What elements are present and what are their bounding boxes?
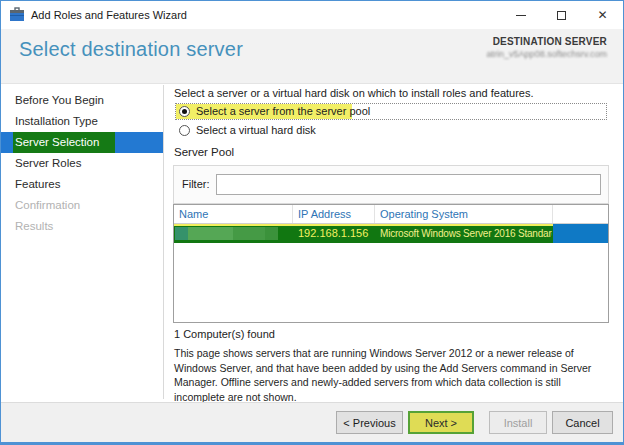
radio-select-server-from-pool[interactable]: Select a server from the server pool [175,103,607,120]
column-header-operating-system[interactable]: Operating System [375,205,553,223]
table-header-row: Name IP Address Operating System [174,205,608,224]
server-name-redaction-block [233,227,265,240]
wizard-step-nav: Before You Begin Installation Type Serve… [1,85,164,399]
cancel-button[interactable]: Cancel [552,411,613,434]
maximize-button[interactable] [541,1,582,29]
table-row-selected-server[interactable]: 192.168.1.156 Microsoft Windows Server 2… [174,224,608,243]
radio-icon-unchecked [179,125,190,136]
filter-input[interactable] [216,174,601,195]
previous-button[interactable]: < Previous [336,411,403,434]
radio-icon-checked [179,106,190,117]
next-button[interactable]: Next > [408,411,474,434]
window-controls: ✕ [500,1,623,29]
column-header-ip-address[interactable]: IP Address [293,205,375,223]
close-icon: ✕ [597,9,607,21]
destination-server-label: DESTINATION SERVER [487,36,607,47]
cell-operating-system: Microsoft Windows Server 2016 Standard [380,228,552,239]
close-button[interactable]: ✕ [582,1,623,29]
server-name-redaction-block [188,227,233,240]
column-header-name[interactable]: Name [174,205,293,223]
radio-label-server-pool: Select a server from the server pool [196,105,370,117]
page-title: Select destination server [19,38,243,61]
server-pool-section-label: Server Pool [174,146,234,158]
title-bar: Add Roles and Features Wizard ✕ [1,1,623,29]
minimize-icon [516,15,526,16]
filter-label: Filter: [182,178,210,190]
window-title: Add Roles and Features Wizard [31,9,187,21]
nav-step-results: Results [1,216,163,237]
nav-step-before-you-begin[interactable]: Before You Begin [1,90,163,111]
page-intro-text: Select a server or a virtual hard disk o… [174,87,534,99]
destination-server-block: DESTINATION SERVER atrin_v5App08.softech… [487,36,607,59]
install-button[interactable]: Install [489,411,547,434]
nav-step-confirmation: Confirmation [1,195,163,216]
maximize-icon [557,11,566,20]
server-pool-table: Name IP Address Operating System 192.168… [173,204,609,323]
filter-panel: Filter: [173,165,609,204]
radio-label-vhd: Select a virtual hard disk [196,124,316,136]
wizard-footer: < Previous Next > Install Cancel [1,402,623,442]
nav-step-server-roles[interactable]: Server Roles [1,153,163,174]
radio-select-virtual-hard-disk[interactable]: Select a virtual hard disk [176,123,608,139]
computers-found-count: 1 Computer(s) found [174,328,275,340]
cell-ip-address: 192.168.1.156 [298,227,368,239]
page-description-text: This page shows servers that are running… [174,346,612,404]
destination-server-name-redacted: atrin_v5App08.softechsrv.com [487,49,607,59]
minimize-button[interactable] [500,1,541,29]
nav-step-installation-type[interactable]: Installation Type [1,111,163,132]
nav-step-server-selection[interactable]: Server Selection [1,132,163,153]
wizard-app-icon [9,7,25,22]
add-roles-features-wizard-window: Add Roles and Features Wizard ✕ Select d… [0,0,624,445]
server-name-redaction-block [265,227,278,240]
nav-step-features[interactable]: Features [1,174,163,195]
column-header-blank [553,205,608,223]
server-name-redaction-block [175,227,188,240]
wizard-page-content: Select a server or a virtual hard disk o… [165,85,623,399]
wizard-header: Select destination server DESTINATION SE… [1,29,623,84]
